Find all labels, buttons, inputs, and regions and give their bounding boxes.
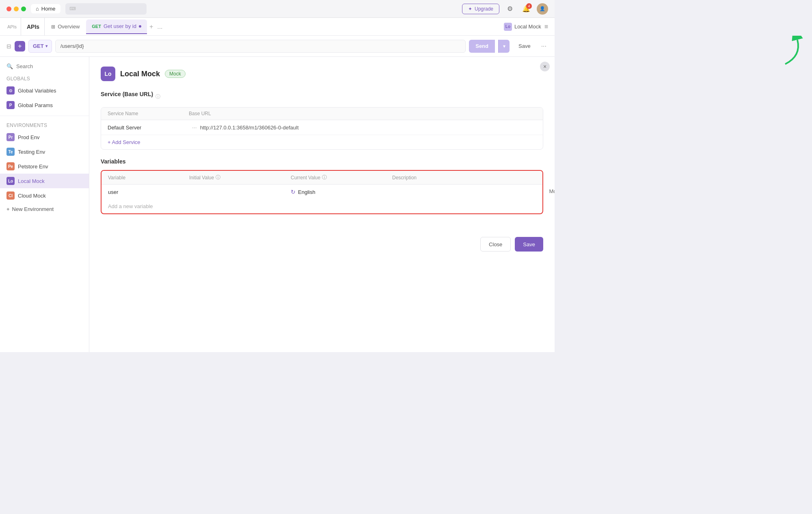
- env-selector[interactable]: Lo Local Mock: [504, 23, 541, 31]
- notification-badge: 4: [526, 3, 532, 9]
- add-request-button[interactable]: +: [15, 41, 25, 52]
- save-action-button[interactable]: Save: [515, 237, 543, 252]
- description-col-header: Description: [392, 174, 536, 181]
- save-button[interactable]: Save: [513, 40, 536, 53]
- method-label: GET: [33, 43, 44, 49]
- avatar[interactable]: 👤: [537, 3, 548, 15]
- cloud-mock-label: Cloud Mock: [18, 193, 46, 199]
- apis-section-title: APIs: [22, 18, 45, 35]
- service-section-title: Service (Base URL): [101, 91, 153, 97]
- global-params-label: Global Params: [18, 102, 53, 108]
- new-env-plus-icon: +: [6, 206, 10, 212]
- url-bar: ⊟ + GET ▾ Send ▾ Save ···: [0, 36, 555, 57]
- service-section: Service (Base URL) ⓘ Service Name Base U…: [101, 91, 543, 150]
- tab-get-user[interactable]: GET Get user by id: [86, 19, 147, 34]
- default-server-name: Default Server: [108, 125, 189, 131]
- service-table-row: Default Server ··· http://127.0.0.1:3658…: [101, 120, 543, 135]
- main-layout: 🔍 Globals ⊙ Global Variables P Global Pa…: [0, 57, 555, 352]
- close-window-button[interactable]: [6, 6, 11, 11]
- traffic-lights: [6, 6, 26, 11]
- minimize-window-button[interactable]: [14, 6, 19, 11]
- variables-table: Variable Initial Value ⓘ Current Value ⓘ…: [101, 170, 543, 214]
- new-environment-button[interactable]: + New Environment: [0, 203, 89, 215]
- main-panel: × Lo Local Mock Mock Service (Base URL) …: [89, 57, 555, 352]
- refresh-icon[interactable]: ↻: [291, 189, 296, 195]
- sidebar-item-cloud-mock[interactable]: Cl Cloud Mock: [0, 188, 89, 203]
- settings-icon-button[interactable]: ⚙: [504, 3, 516, 15]
- globals-section-title: Globals: [0, 73, 89, 83]
- initial-value-info-icon[interactable]: ⓘ: [216, 174, 220, 181]
- tab-overview[interactable]: ⊞ Overview: [45, 19, 85, 34]
- prod-env-avatar: Pr: [6, 133, 15, 141]
- add-service-label: + Add Service: [108, 139, 140, 145]
- home-tab[interactable]: ⌂ Home: [31, 4, 60, 13]
- home-label: Home: [41, 6, 56, 12]
- current-value-info-icon[interactable]: ⓘ: [322, 174, 327, 181]
- sidebar-item-local-mock[interactable]: Lo Local Mock: [0, 174, 89, 188]
- sidebar: 🔍 Globals ⊙ Global Variables P Global Pa…: [0, 57, 89, 352]
- variable-row-user: user ↻ English: [102, 185, 542, 199]
- local-mock-label: Local Mock: [18, 178, 45, 184]
- more-options-button[interactable]: ···: [540, 43, 548, 50]
- environments-section-title: Environments: [0, 119, 89, 130]
- send-dropdown-button[interactable]: ▾: [498, 40, 510, 53]
- upgrade-icon: ✦: [468, 6, 472, 12]
- hamburger-button[interactable]: ≡: [544, 23, 548, 30]
- title-search-placeholder: ⌨: [69, 6, 76, 11]
- global-params-avatar: P: [6, 101, 15, 109]
- filter-icon[interactable]: ⊟: [6, 43, 11, 49]
- sidebar-item-global-variables[interactable]: ⊙ Global Variables: [0, 83, 89, 98]
- variables-section-title: Variables: [101, 158, 126, 165]
- global-variables-avatar: ⊙: [6, 86, 15, 95]
- env-avatar-large: Lo: [101, 67, 115, 81]
- tab-method-badge: GET: [92, 24, 101, 29]
- url-input[interactable]: [55, 40, 466, 53]
- sidebar-divider-1: [0, 116, 89, 116]
- close-button[interactable]: Close: [480, 237, 511, 252]
- local-mock-avatar: Lo: [6, 177, 15, 185]
- add-variable-button[interactable]: Add a new variable: [102, 199, 542, 213]
- base-url-header: Base URL: [189, 111, 536, 116]
- variables-section: Variables Variable Initial Value ⓘ Curre…: [101, 158, 543, 214]
- tab-get-user-label: Get user by id: [104, 23, 136, 29]
- testing-env-label: Testing Env: [18, 149, 45, 155]
- service-info-icon[interactable]: ⓘ: [155, 93, 160, 100]
- env-title: Local Mock: [120, 70, 160, 78]
- method-selector[interactable]: GET ▾: [28, 40, 52, 53]
- sidebar-item-global-params[interactable]: P Global Params: [0, 98, 89, 112]
- env-name-label: Local Mock: [514, 24, 541, 30]
- service-table: Service Name Base URL Default Server ···…: [101, 107, 543, 150]
- tab-bar: APIs APIs ⊞ Overview GET Get user by id …: [0, 18, 555, 36]
- title-search-bar: ⌨: [65, 3, 147, 15]
- initial-value-col-header: Initial Value ⓘ: [189, 174, 291, 181]
- variable-name-user: user: [108, 189, 189, 195]
- current-value-col-header: Current Value ⓘ: [291, 174, 392, 181]
- add-service-button[interactable]: + Add Service: [101, 135, 543, 149]
- home-icon: ⌂: [36, 6, 39, 12]
- tab-overview-label: Overview: [58, 24, 80, 30]
- variable-current-user: ↻ English: [291, 189, 392, 195]
- apis-tab-label: APIs: [7, 24, 17, 29]
- maximize-window-button[interactable]: [21, 6, 26, 11]
- notifications-button[interactable]: 🔔 4: [520, 3, 532, 15]
- tab-active-dot: [139, 25, 141, 28]
- send-button[interactable]: Send: [469, 40, 495, 53]
- variable-col-header: Variable: [108, 174, 189, 181]
- add-tab-button[interactable]: +: [148, 23, 155, 30]
- more-variable-button[interactable]: More ⊖: [549, 188, 555, 194]
- more-tabs-button[interactable]: ...: [155, 23, 164, 30]
- sidebar-item-petstore-env[interactable]: Pe Petstore Env: [0, 159, 89, 174]
- service-options-button[interactable]: ···: [189, 124, 200, 131]
- sidebar-item-prod-env[interactable]: Pr Prod Env: [0, 130, 89, 144]
- upgrade-button[interactable]: ✦ Upgrade: [462, 4, 499, 14]
- close-dialog-button[interactable]: ×: [540, 62, 550, 71]
- mock-badge: Mock: [165, 70, 186, 78]
- title-bar-right: ✦ Upgrade ⚙ 🔔 4 👤: [462, 3, 548, 15]
- testing-env-avatar: Te: [6, 148, 15, 156]
- sidebar-item-testing-env[interactable]: Te Testing Env: [0, 144, 89, 159]
- more-label: More: [549, 188, 555, 194]
- petstore-env-label: Petstore Env: [18, 163, 48, 170]
- petstore-env-avatar: Pe: [6, 162, 15, 170]
- service-table-header: Service Name Base URL: [101, 108, 543, 120]
- sidebar-search-input[interactable]: [16, 63, 84, 69]
